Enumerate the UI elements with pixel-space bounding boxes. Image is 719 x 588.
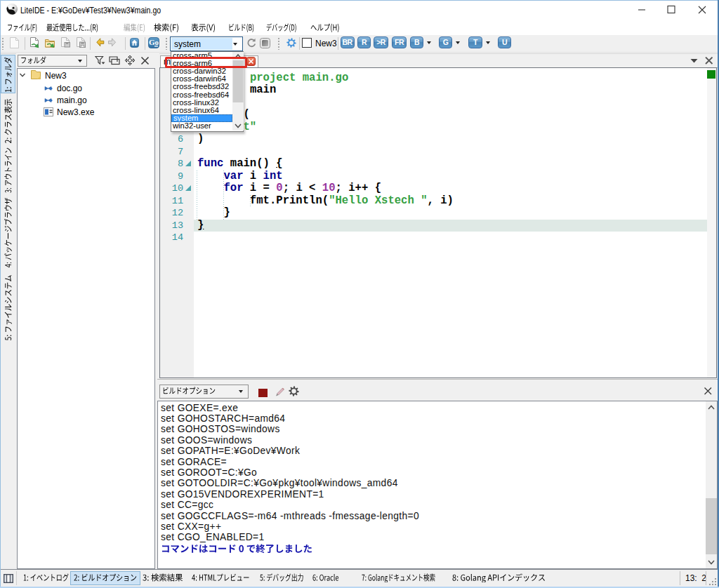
svg-text:Go: Go [149, 38, 159, 46]
